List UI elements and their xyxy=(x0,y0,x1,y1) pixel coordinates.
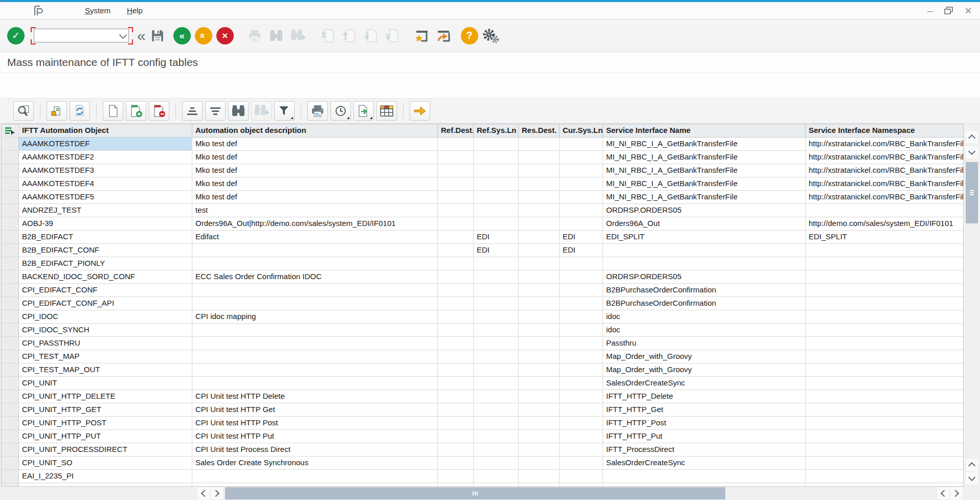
cell-obj[interactable]: CPI_UNIT_HTTP_POST xyxy=(19,417,192,430)
cell-cur_sys[interactable] xyxy=(560,204,603,217)
cell-obj[interactable]: AAAMKOTESTDEF2 xyxy=(19,151,192,164)
cell-desc[interactable] xyxy=(192,324,438,337)
cell-sif_ns[interactable]: EDI_SPLIT xyxy=(806,231,964,244)
cell-sif_ns[interactable]: http://xstratanickel.com/RBC_BankTransfe… xyxy=(806,164,964,177)
cell-sif_name[interactable]: MI_NI_RBC_I_A_GetBankTransferFile xyxy=(603,138,806,151)
column-header-sif_ns[interactable]: Service Interface Namespace xyxy=(806,124,964,138)
structure-icon[interactable] xyxy=(47,101,67,121)
cell-sif_ns[interactable]: http://xstratanickel.com/RBC_BankTransfe… xyxy=(806,151,964,164)
scroll-down-button[interactable] xyxy=(966,146,978,158)
cell-cur_sys[interactable] xyxy=(560,310,603,324)
cell-ref_sys[interactable] xyxy=(474,470,519,483)
cell-sif_ns[interactable] xyxy=(806,483,964,487)
cell-obj[interactable]: CPI_UNIT_HTTP_DELETE xyxy=(19,390,192,403)
cell-desc[interactable]: CPI idoc mapping xyxy=(192,310,438,324)
transfer-icon[interactable] xyxy=(410,101,430,121)
cell-res_dest[interactable] xyxy=(519,138,560,151)
cell-obj[interactable]: BACKEND_IDOC_SORD_CONF xyxy=(19,270,192,284)
cell-ref_dest[interactable] xyxy=(438,443,474,457)
choose-layout-icon[interactable] xyxy=(376,101,397,121)
cell-res_dest[interactable] xyxy=(519,337,560,350)
cell-sif_name[interactable]: IFTT_HTTP_Put xyxy=(603,430,806,443)
sort-ascending-icon[interactable] xyxy=(182,101,203,121)
row-selector[interactable] xyxy=(2,417,19,430)
cell-res_dest[interactable] xyxy=(519,284,560,297)
row-selector[interactable] xyxy=(2,470,19,483)
cell-desc[interactable]: Mko test def xyxy=(192,177,438,191)
cell-sif_ns[interactable] xyxy=(806,390,964,403)
cell-desc[interactable]: Mko test def xyxy=(192,138,438,151)
cell-sif_ns[interactable] xyxy=(806,270,964,284)
cell-desc[interactable]: test xyxy=(192,204,438,217)
cell-ref_sys[interactable] xyxy=(474,191,519,204)
horizontal-scrollbar[interactable] xyxy=(0,487,980,500)
cell-obj[interactable]: CPI_EDIFACT_CONF xyxy=(19,284,192,297)
cell-sif_name[interactable]: IFTT_HTTP_Get xyxy=(603,403,806,417)
cell-obj[interactable]: CPI_UNIT_HTTP_GET xyxy=(19,403,192,417)
cell-desc[interactable]: Mko test def xyxy=(192,191,438,204)
cell-res_dest[interactable] xyxy=(519,177,560,191)
cell-cur_sys[interactable] xyxy=(560,403,603,417)
cell-ref_sys[interactable] xyxy=(474,337,519,350)
menu-item-system[interactable]: System xyxy=(78,4,118,17)
cell-sif_ns[interactable] xyxy=(806,363,964,377)
row-selector[interactable] xyxy=(2,270,19,284)
cell-desc[interactable]: CPI Unit test HTTP Delete xyxy=(192,390,438,403)
row-selector[interactable] xyxy=(2,257,19,270)
row-selector[interactable] xyxy=(2,457,19,470)
cell-ref_dest[interactable] xyxy=(438,337,474,350)
cell-ref_dest[interactable] xyxy=(438,138,474,151)
cell-ref_dest[interactable] xyxy=(438,191,474,204)
cell-obj[interactable]: CPI_TEST_MAP_OUT xyxy=(19,363,192,377)
cell-sif_ns[interactable] xyxy=(806,324,964,337)
row-selector[interactable] xyxy=(2,324,19,337)
cell-sif_name[interactable]: Map_Order_with_Groovy xyxy=(603,350,806,363)
cell-sif_name[interactable]: IFTT_HTTP_Delete xyxy=(603,390,806,403)
cell-desc[interactable] xyxy=(192,297,438,310)
cell-cur_sys[interactable] xyxy=(560,363,603,377)
cell-desc[interactable] xyxy=(192,337,438,350)
cell-res_dest[interactable] xyxy=(519,470,560,483)
row-selector[interactable] xyxy=(2,403,19,417)
column-header-desc[interactable]: Automation object description xyxy=(192,124,438,138)
cell-obj[interactable]: CPI_UNIT_HTTP_PUT xyxy=(19,430,192,443)
cell-desc[interactable]: Mko test def xyxy=(192,151,438,164)
help-button[interactable]: ? xyxy=(461,27,478,44)
cell-res_dest[interactable] xyxy=(519,457,560,470)
cell-desc[interactable]: Purchase Order creation description xyxy=(192,483,438,487)
export-icon[interactable] xyxy=(353,101,374,121)
grid-find-icon[interactable] xyxy=(228,101,249,121)
cell-ref_dest[interactable] xyxy=(438,177,474,191)
cell-cur_sys[interactable] xyxy=(560,191,603,204)
cell-ref_dest[interactable] xyxy=(438,204,474,217)
cell-sif_name[interactable] xyxy=(603,257,806,270)
cell-obj[interactable]: B2B_EDIFACT_CONF xyxy=(19,244,192,257)
cell-res_dest[interactable] xyxy=(519,443,560,457)
cell-cur_sys[interactable] xyxy=(560,217,603,231)
cell-ref_dest[interactable] xyxy=(438,284,474,297)
row-selector[interactable] xyxy=(2,191,19,204)
cell-cur_sys[interactable] xyxy=(560,151,603,164)
scroll-left-button-right[interactable] xyxy=(937,487,949,499)
cell-ref_sys[interactable] xyxy=(474,270,519,284)
cell-ref_dest[interactable] xyxy=(438,363,474,377)
cell-sif_name[interactable]: EDI_SPLIT xyxy=(603,231,806,244)
cell-res_dest[interactable] xyxy=(519,244,560,257)
cell-sif_name[interactable]: B2BPurchaseOrderConfirmation xyxy=(603,297,806,310)
cell-sif_ns[interactable] xyxy=(806,443,964,457)
cell-cur_sys[interactable] xyxy=(560,270,603,284)
cell-ref_dest[interactable] xyxy=(438,297,474,310)
cell-ref_dest[interactable] xyxy=(438,151,474,164)
cell-ref_dest[interactable] xyxy=(438,457,474,470)
row-selector[interactable] xyxy=(2,377,19,390)
cell-ref_sys[interactable] xyxy=(474,164,519,177)
collapse-command-icon[interactable]: « xyxy=(137,28,146,43)
row-selector[interactable] xyxy=(2,177,19,191)
cell-res_dest[interactable] xyxy=(519,191,560,204)
cell-cur_sys[interactable] xyxy=(560,257,603,270)
row-selector[interactable] xyxy=(2,284,19,297)
scroll-left-button[interactable] xyxy=(197,487,210,499)
cell-res_dest[interactable] xyxy=(519,164,560,177)
cell-obj[interactable]: CPI_EDIFACT_CONF_API xyxy=(19,297,192,310)
restore-button[interactable] xyxy=(944,7,953,15)
